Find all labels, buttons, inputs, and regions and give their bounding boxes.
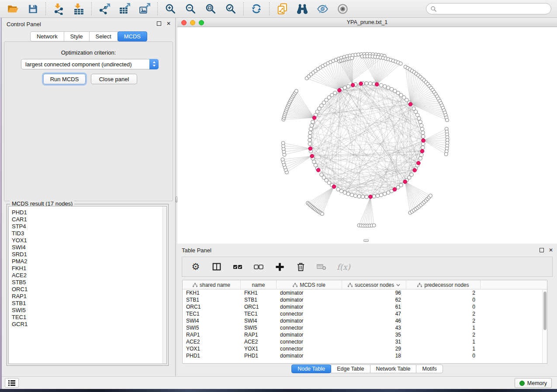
column-header-predecessor-nodes[interactable]: predecessor nodes	[406, 280, 481, 289]
tab-mcds[interactable]: MCDS	[118, 31, 147, 41]
table-row[interactable]: FKH1FKH1dominator962	[183, 289, 542, 296]
tab-network[interactable]: Network	[30, 31, 64, 41]
mcds-result-item[interactable]: STP4	[12, 223, 166, 230]
cell-successor-nodes: 35	[342, 331, 406, 338]
mcds-result-item[interactable]: PMA2	[12, 258, 166, 265]
show-columns-icon[interactable]	[211, 261, 222, 272]
table-row[interactable]: SWI4SWI4dominator462	[183, 317, 542, 324]
delete-table-icon	[316, 261, 327, 272]
table-row[interactable]: YOX1YOX1connector291	[183, 345, 542, 352]
float-window-icon[interactable]	[157, 21, 161, 26]
table-row[interactable]: ORC1ORC1dominator610	[183, 303, 542, 310]
table-scrollbar[interactable]	[542, 289, 547, 363]
mcds-result-item[interactable]: ORC1	[12, 286, 166, 293]
table-panel-tabs: Node TableEdge TableNetwork TableMotifs	[177, 364, 557, 373]
task-history-button[interactable]	[5, 378, 19, 388]
delete-column-icon[interactable]	[295, 261, 306, 272]
mcds-result-item[interactable]: RAP1	[12, 293, 166, 300]
memory-button[interactable]: Memory	[515, 378, 552, 388]
network-graph[interactable]	[177, 27, 557, 244]
zoom-in-icon[interactable]	[164, 2, 177, 15]
table-row[interactable]: RAP1RAP1dominator352	[183, 331, 542, 338]
cell-name: TEC1	[241, 310, 277, 317]
cell-name: SWI5	[241, 324, 277, 331]
dropdown-stepper-icon	[149, 59, 159, 69]
close-table-panel-icon[interactable]: ✕	[549, 247, 553, 253]
select-all-rows-icon[interactable]	[232, 261, 243, 272]
cell-MCDS-role: dominator	[277, 352, 342, 359]
mcds-result-list[interactable]: PHD1CAR1STP4TID3YOX1SWI4SRD1PMA2FKH1ACE2…	[8, 206, 167, 364]
tab-select[interactable]: Select	[89, 31, 118, 41]
table-row[interactable]: TEC1TEC1connector472	[183, 310, 542, 317]
table-row[interactable]: PHD1PHD1dominator180	[183, 352, 542, 359]
column-header-name[interactable]: name	[241, 280, 277, 289]
import-table-icon[interactable]	[72, 2, 85, 15]
zoom-out-icon[interactable]	[184, 2, 197, 15]
hide-graphics-details-icon[interactable]	[316, 2, 329, 15]
network-snapshot-icon[interactable]	[276, 2, 289, 15]
refresh-icon[interactable]	[250, 2, 263, 15]
tab-node-table[interactable]: Node Table	[291, 364, 331, 373]
tab-network-table[interactable]: Network Table	[370, 364, 417, 373]
mcds-result-item[interactable]: SWI4	[12, 244, 166, 251]
tab-style[interactable]: Style	[64, 31, 90, 41]
status-bar: Memory	[2, 376, 557, 389]
mcds-result-item[interactable]: TID3	[12, 230, 166, 237]
export-image-icon[interactable]	[138, 2, 151, 15]
search-network-icon[interactable]	[296, 2, 309, 15]
export-table-icon[interactable]	[118, 2, 131, 15]
show-graphics-details-icon[interactable]	[336, 2, 349, 15]
mcds-result-item[interactable]: ACE2	[12, 272, 166, 279]
open-folder-icon[interactable]	[6, 2, 19, 15]
close-panel-icon[interactable]: ✕	[166, 21, 171, 27]
table-header-row: shared namenameMCDS rolesuccessor nodesp…	[183, 280, 547, 289]
mcds-result-item[interactable]: GCR1	[12, 321, 166, 328]
column-header-MCDS-role[interactable]: MCDS role	[277, 280, 342, 289]
mcds-result-item[interactable]: SWI5	[12, 307, 166, 314]
result-list-scrollbar[interactable]	[163, 206, 166, 364]
network-canvas[interactable]	[177, 27, 557, 244]
column-header-successor-nodes[interactable]: successor nodes	[342, 280, 406, 289]
zoom-selected-icon[interactable]	[224, 2, 237, 15]
float-table-panel-icon[interactable]	[540, 248, 544, 252]
mcds-result-item[interactable]: STB5	[12, 279, 166, 286]
mcds-result-item[interactable]: STB1	[12, 300, 166, 307]
network-window-title: YPA_prune.txt_1	[177, 19, 557, 25]
table-scrollbar-thumb[interactable]	[543, 292, 547, 330]
cell-name: ACE2	[241, 338, 277, 345]
run-mcds-button[interactable]: Run MCDS	[43, 74, 86, 84]
cell-MCDS-role: connector	[277, 324, 342, 331]
import-network-icon[interactable]	[52, 2, 65, 15]
search-icon	[430, 6, 437, 12]
cell-predecessor-nodes: 0	[406, 352, 481, 359]
main-toolbar	[0, 0, 557, 18]
add-column-icon[interactable]	[274, 261, 285, 272]
function-builder-icon: f(x)	[337, 262, 350, 272]
zoom-fit-icon[interactable]	[204, 2, 217, 15]
mcds-result-item[interactable]: SRD1	[12, 251, 166, 258]
deselect-all-rows-icon[interactable]	[253, 261, 264, 272]
mcds-result-item[interactable]: FKH1	[12, 265, 166, 272]
table-row[interactable]: ACE2ACE2connector311	[183, 338, 542, 345]
column-header-shared-name[interactable]: shared name	[183, 280, 241, 289]
search-input[interactable]	[439, 4, 547, 13]
mcds-result-item[interactable]: CAR1	[12, 216, 166, 223]
search-box	[426, 3, 551, 14]
mcds-result-item[interactable]: YOX1	[12, 237, 166, 244]
table-settings-gear-icon[interactable]: ⚙	[190, 261, 201, 272]
tab-edge-table[interactable]: Edge Table	[331, 364, 370, 373]
cell-MCDS-role: connector	[277, 310, 342, 317]
horizontal-splitter-knob[interactable]	[363, 239, 369, 242]
close-panel-button[interactable]: Close panel	[91, 74, 137, 84]
mcds-result-item[interactable]: TEC1	[12, 314, 166, 321]
export-network-icon[interactable]	[98, 2, 111, 15]
table-row[interactable]: SWI5SWI5connector431	[183, 324, 542, 331]
criterion-dropdown[interactable]: largest connected component (undirected)	[21, 59, 159, 69]
save-icon[interactable]	[26, 2, 39, 15]
cell-shared-name: FKH1	[183, 289, 241, 296]
tab-motifs[interactable]: Motifs	[416, 364, 443, 373]
control-panel: Control Panel ✕ NetworkStyleSelectMCDS O…	[2, 18, 175, 376]
cell-shared-name: RAP1	[183, 331, 241, 338]
mcds-result-item[interactable]: PHD1	[12, 209, 166, 216]
table-row[interactable]: STB1STB1dominator620	[183, 296, 542, 303]
